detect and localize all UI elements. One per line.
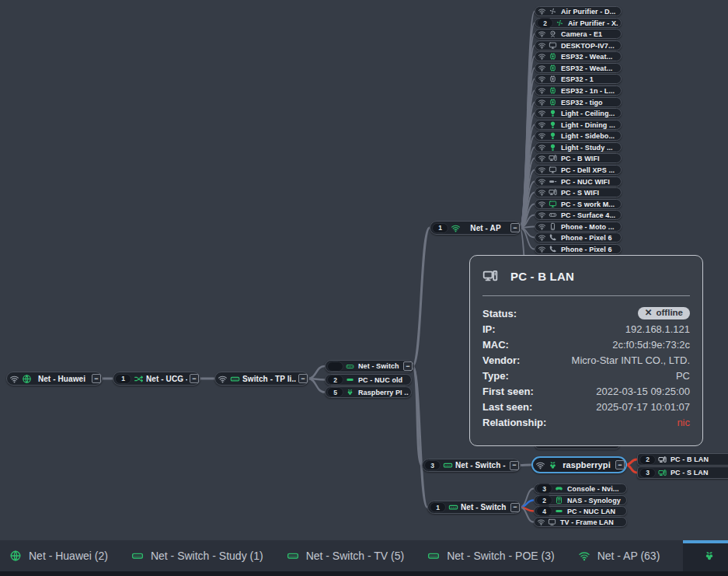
node-count-badge: 2 <box>536 495 552 505</box>
graph-node-tv-frame-lan[interactable]: TV - Frame LAN <box>534 517 627 527</box>
graph-node-ap-camera[interactable]: Camera - E1 <box>535 29 622 39</box>
graph-node-ap-esp32-weat2[interactable]: ESP32 - Weat... <box>535 63 622 73</box>
node-label: Switch - TP li... <box>242 375 296 383</box>
collapse-button[interactable]: − <box>190 374 199 383</box>
handset-icon <box>549 233 557 242</box>
graph-node-ap-light-dining[interactable]: Light - Dining ... <box>535 120 622 130</box>
graph-node-ap-light-sidebo[interactable]: Light - Sidebo... <box>535 131 622 141</box>
graph-node-ap-pc-nuc-wifi[interactable]: PC - NUC WIFI <box>535 176 622 187</box>
node-label: PC - B WIFI <box>559 155 618 162</box>
node-count-badge: 3 <box>639 468 656 478</box>
monitor-icon <box>549 41 557 50</box>
graph-node-pc-b-lan[interactable]: 2PC - B LAN <box>637 453 728 466</box>
wifi-icon <box>538 41 546 50</box>
popup-field-label: Status: <box>482 308 517 319</box>
graph-node-ap-esp32-1n[interactable]: ESP32 - 1n - L... <box>535 86 622 96</box>
graph-node-ap-phone-pixel1[interactable]: Phone - Pixel 6 <box>535 232 622 243</box>
graph-node-ap-light-ceiling[interactable]: Light - Ceiling... <box>535 108 622 118</box>
graph-node-ap-air-d[interactable]: Air Purifier - D... <box>535 6 622 16</box>
tab-raspberrypi-2[interactable]: raspberrypi (2) <box>683 540 728 571</box>
graph-node-ap-pc-s-wifi[interactable]: PC - S WIFI <box>535 187 622 197</box>
graph-node-ap-pc-surface[interactable]: PC - Surface 4... <box>535 210 622 220</box>
wifi-icon <box>537 518 545 526</box>
monitor-icon <box>549 200 557 208</box>
graph-node-ap-desktop[interactable]: DESKTOP-IV7... <box>535 40 622 51</box>
node-count-badge: 1 <box>430 502 446 512</box>
popup-field-value: Micro-Star INTL CO., LTD. <box>572 354 690 366</box>
switch-icon <box>230 374 240 384</box>
popup-field-label: Relationship: <box>482 417 546 428</box>
status-value: offline <box>657 309 684 318</box>
topology-canvas: Net - Huawei−1Net - UCG - Ul...−Switch -… <box>0 0 728 576</box>
tab-net-switch-poe-3[interactable]: Net - Switch - POE (3) <box>427 540 554 571</box>
node-label: Net - AP <box>463 224 508 232</box>
bulb-icon <box>549 131 557 140</box>
raspberry-icon <box>703 550 716 562</box>
popup-field-label: Last seen: <box>482 401 532 413</box>
graph-node-switch-tp[interactable]: Switch - TP li...− <box>214 372 309 386</box>
collapse-button[interactable]: − <box>510 461 519 470</box>
switch-icon <box>346 362 354 371</box>
popup-field-value: 2c:f0:5d:9e:73:2c <box>612 339 690 351</box>
wifi-icon <box>451 223 461 233</box>
graph-node-raspberry-pi-5[interactable]: 5Raspberry PI ... <box>325 386 412 398</box>
graph-node-net-switch-a[interactable]: Net - Switch - ...− <box>325 360 414 372</box>
node-label: Phone - Moto ... <box>559 223 618 231</box>
graph-node-net-ap[interactable]: 1Net - AP− <box>430 221 521 235</box>
bulb-icon <box>549 120 557 129</box>
graph-node-ap-light-study[interactable]: Light - Study ... <box>535 142 622 152</box>
popup-row: Vendor:Micro-Star INTL CO., LTD. <box>482 352 690 368</box>
graph-node-ap-pc-dell[interactable]: PC - Dell XPS ... <box>535 165 622 175</box>
tab-net-ap-63[interactable]: Net - AP (63) <box>578 540 660 571</box>
graph-node-pc-nuc-lan[interactable]: 4PC - NUC LAN <box>534 506 627 516</box>
wifi-icon <box>538 188 546 197</box>
node-label: ESP32 - Weat... <box>559 53 618 61</box>
graph-node-net-switch-c[interactable]: 1Net - Switch - ...− <box>427 501 521 514</box>
graph-node-ap-esp32-1[interactable]: ESP32 - 1 <box>535 74 622 84</box>
gamepad-icon <box>555 484 563 493</box>
graph-node-net-ucg[interactable]: 1Net - UCG - Ul...− <box>113 372 200 386</box>
bulb-icon <box>549 143 557 152</box>
graph-node-ap-air-x[interactable]: 2Air Purifier - X... <box>535 18 622 28</box>
node-label: PC - S work M... <box>559 201 618 208</box>
tab-net-switch-tv-5[interactable]: Net - Switch - TV (5) <box>287 540 405 571</box>
collapse-button[interactable]: − <box>92 374 101 383</box>
collapse-button[interactable]: − <box>510 503 520 512</box>
graph-node-pc-nuc-old[interactable]: 2PC - NUC old <box>325 374 412 386</box>
globe-icon <box>22 374 32 384</box>
graph-node-net-huawei[interactable]: Net - Huawei− <box>6 372 103 386</box>
graph-node-nas-synology[interactable]: 2NAS - Synology <box>534 495 627 505</box>
graph-node-ap-esp32-tigo[interactable]: ESP32 - tigo <box>535 97 622 107</box>
node-label: Air Purifier - X... <box>566 19 618 27</box>
tab-label: Net - Switch - TV (5) <box>306 550 405 562</box>
node-count-badge: 2 <box>327 375 343 385</box>
popup-field-label: First seen: <box>482 386 534 397</box>
graph-node-console-nvi[interactable]: 3Console - Nvi... <box>534 483 627 494</box>
handset-icon <box>549 245 557 253</box>
graph-node-ap-phone-moto[interactable]: Phone - Moto ... <box>535 222 622 232</box>
popup-field-value: nic <box>677 417 690 428</box>
graph-node-ap-pc-s-work[interactable]: PC - S work M... <box>535 199 622 209</box>
collapse-button[interactable]: − <box>298 374 308 383</box>
graph-node-ap-phone-pixel2[interactable]: Phone - Pixel 6 <box>535 244 622 254</box>
tab-net-huawei-2[interactable]: Net - Huawei (2) <box>9 540 108 571</box>
popup-row: First seen:2022-03-15 09:25:00 <box>482 383 690 399</box>
popup-field-value: 2025-07-17 10:01:07 <box>596 401 690 413</box>
wifi-icon <box>538 131 546 140</box>
graph-node-pc-s-lan[interactable]: 3PC - S LAN <box>637 466 728 479</box>
chip-icon <box>549 75 557 83</box>
collapse-button[interactable]: − <box>403 361 413 371</box>
node-count-badge: 2 <box>639 455 656 465</box>
switch-icon <box>427 550 440 562</box>
graph-node-ap-pc-b-wifi[interactable]: PC - B WIFI <box>535 153 622 163</box>
collapse-button[interactable]: − <box>615 460 625 470</box>
pc-icon <box>549 154 557 162</box>
node-label: Light - Sidebo... <box>559 132 618 140</box>
node-label: raspberrypi <box>560 460 613 470</box>
nas-icon <box>555 496 563 504</box>
tab-net-switch-study-1[interactable]: Net - Switch - Study (1) <box>131 540 263 571</box>
graph-node-ap-esp32-weat1[interactable]: ESP32 - Weat... <box>535 51 622 61</box>
graph-node-raspberrypi[interactable]: raspberrypi− <box>531 456 627 473</box>
collapse-button[interactable]: − <box>510 223 520 232</box>
graph-node-net-switch-b[interactable]: 3Net - Switch - ...− <box>422 459 521 472</box>
